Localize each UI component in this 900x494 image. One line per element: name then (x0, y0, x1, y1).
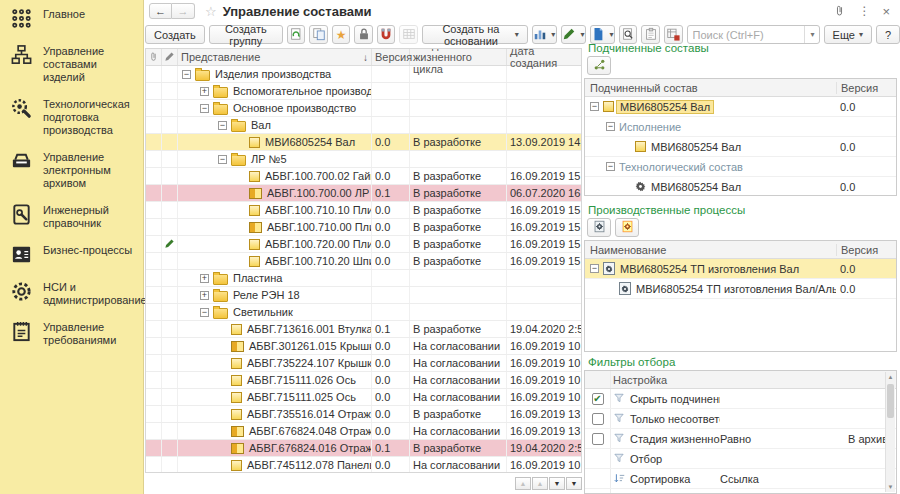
stage-column-header[interactable]: Стадия жизненного цикла (410, 49, 507, 65)
panel-row[interactable]: −МВИ6805254 ТП изготовления Вал0.0 (585, 259, 896, 279)
page-down-button[interactable]: ▼ (549, 477, 565, 490)
sidebar-item-requirements[interactable]: Управление требованиями (0, 313, 143, 353)
create-group-button[interactable]: Создать группу (209, 25, 283, 44)
tree-row[interactable]: АБВГ.676824.016 Отражатель0.1В разработк… (146, 440, 581, 457)
filter-row[interactable]: Стадия жизненного циклаРавноВ архиве (585, 429, 896, 449)
filter-row[interactable]: Отбор (585, 449, 896, 469)
create-button[interactable]: Создать (145, 25, 205, 44)
columns-settings-button[interactable] (399, 25, 418, 44)
sidebar-item-tech-preparation[interactable]: Технологическая подготовка производства (0, 90, 143, 143)
panel-row[interactable]: МВИ6805254 Вал0.0 (585, 137, 896, 157)
sidebar-item-e-archive[interactable]: Управление электронным архивом (0, 143, 143, 196)
subordinate-version-header[interactable]: Версия (836, 82, 896, 94)
panel-row[interactable]: −Исполнение (585, 117, 896, 137)
attach-column-header[interactable] (146, 49, 162, 65)
close-icon[interactable]: × (882, 4, 890, 19)
page-last-button[interactable]: ▼ (566, 477, 582, 490)
tree-row[interactable]: АБВГ.745112.078 Панель0.0На согласовании… (146, 457, 581, 473)
checkbox-checked[interactable]: ✔ (592, 393, 604, 405)
version-column-header[interactable]: Версия (372, 49, 410, 65)
tree-row[interactable]: АБВГ.100.710.00 Плита верхняя…0.0В разра… (146, 219, 581, 236)
structure-button[interactable] (587, 56, 611, 75)
tree-row[interactable]: АБВГ.100.710.10 Плита верхняя 50.0В разр… (146, 202, 581, 219)
sidebar-item-main[interactable]: Главное (0, 0, 143, 37)
filter-row[interactable]: СортировкаСсылка (585, 469, 896, 489)
copy-new-version-button[interactable] (287, 25, 306, 44)
panel-row[interactable]: −МВИ6805254 Вал0.0 (585, 97, 896, 117)
favorites-button[interactable]: ★ (332, 25, 351, 44)
checkbox-unchecked[interactable] (592, 413, 604, 425)
filter-row[interactable]: ✔Скрыть подчиненные составы (585, 389, 896, 409)
scroll-up-icon[interactable]: ▲ (886, 372, 895, 382)
scrollbar-thumb[interactable] (887, 384, 894, 418)
panel-row[interactable]: МВИ6805254 ТП изготовления Вал/Альтернат… (585, 279, 896, 299)
collapse-icon[interactable]: − (218, 121, 227, 130)
tree-row[interactable]: +Вспомогательное производство (146, 83, 581, 100)
expand-icon[interactable]: + (200, 87, 209, 96)
scroll-down-icon[interactable]: ▼ (886, 482, 895, 492)
create-based-on-button[interactable]: Создать на основании▾ (422, 25, 528, 44)
sidebar-item-engineering-handbook[interactable]: Инженерный справочник (0, 196, 143, 236)
checkbox-unchecked[interactable] (592, 433, 604, 445)
collapse-icon[interactable]: − (182, 70, 191, 79)
collapse-icon[interactable]: − (218, 155, 227, 164)
tree-row[interactable]: АБВГ.301261.015 Крышка0.0На согласовании… (146, 338, 581, 355)
collapse-icon[interactable]: − (200, 104, 209, 113)
panel-row[interactable]: МВИ6805254 Вал0.0 (585, 177, 896, 196)
filters-name-header[interactable]: Настройка (611, 374, 896, 386)
filter-row[interactable]: Только несоответствия версий объектов (585, 409, 896, 429)
tree-row[interactable]: АБВГ.715111.026 Ось0.0На согласовании16.… (146, 372, 581, 389)
alt-process-button[interactable] (615, 218, 639, 237)
copy-element-button[interactable] (309, 25, 328, 44)
help-button[interactable]: ? (876, 25, 900, 44)
date-column-header[interactable]: Дата создания (507, 49, 581, 65)
search-options-icon[interactable]: ▾ (804, 26, 819, 43)
collapse-icon[interactable]: − (606, 162, 615, 171)
tree-row[interactable]: −Вал (146, 117, 581, 134)
tree-row[interactable]: −Основное производство (146, 100, 581, 117)
tree-row[interactable]: АБВГ.100.710.20 Шпилька 50.0В разработке… (146, 253, 581, 270)
favorite-star-icon[interactable]: ☆ (205, 4, 217, 19)
more-button[interactable]: Еще▾ (824, 25, 872, 44)
tree-row[interactable]: АБВГ.735516.014 Отражатель0.0В разработк… (146, 406, 581, 423)
collapse-icon[interactable]: − (200, 308, 209, 317)
panel-row[interactable]: −Технологический состав (585, 157, 896, 177)
collapse-icon[interactable]: − (590, 264, 599, 273)
edit-button[interactable]: ▾ (561, 25, 586, 44)
forward-button[interactable]: → (172, 3, 195, 19)
sidebar-item-nsi-admin[interactable]: НСИ и администрирование (0, 273, 143, 313)
sidebar-item-business-processes[interactable]: Бизнес-процессы (0, 236, 143, 273)
filters-scrollbar[interactable]: ▲ ▼ (885, 372, 895, 492)
subordinate-name-header[interactable]: Подчиненный состав (585, 82, 836, 94)
attachments-icon[interactable] (833, 4, 846, 19)
tree-row[interactable]: МВИ6805254 Вал0.0В разработке13.09.2019 … (146, 134, 581, 151)
sidebar-item-product-compositions[interactable]: Управление составами изделий (0, 37, 143, 90)
tree-row[interactable]: АБВГ.100.700.00 ЛР №50.1В разработке06.0… (146, 185, 581, 202)
edit-column-header[interactable] (162, 49, 178, 65)
processes-name-header[interactable]: Наименование (585, 244, 836, 256)
page-first-button[interactable]: ▲ (515, 477, 531, 490)
tree-row[interactable]: АБВГ.735224.107 Крышка0.0На согласовании… (146, 355, 581, 372)
tree-row[interactable]: +Пластина (146, 270, 581, 287)
processes-version-header[interactable]: Версия (836, 244, 896, 256)
collapse-icon[interactable]: − (590, 102, 599, 111)
tree-row[interactable]: −Изделия производства (146, 66, 581, 83)
tree-row[interactable]: −ЛР №5 (146, 151, 581, 168)
filter-row[interactable]: ✔Контроль несоответствий составов издели… (585, 489, 896, 494)
tree-row[interactable]: АБВГ.676824.048 Отражатель0.0На согласов… (146, 423, 581, 440)
collapse-icon[interactable]: − (606, 122, 615, 131)
tree-row[interactable]: АБВГ.100.700.02 Гайка0.0В разработке16.0… (146, 168, 581, 185)
tree-row[interactable]: АБВГ.100.720.00 Плита нижняя 50.0В разра… (146, 236, 581, 253)
tree-row[interactable]: −Светильник (146, 304, 581, 321)
tree-row[interactable]: АБВГ.713616.001 Втулка0.1В разработке19.… (146, 321, 581, 338)
expand-icon[interactable]: + (200, 291, 209, 300)
back-button[interactable]: ← (149, 3, 172, 19)
lock-button[interactable] (354, 25, 373, 44)
name-column-header[interactable]: Представление↓ (178, 49, 372, 65)
page-up-button[interactable]: ▲ (532, 477, 548, 490)
expand-icon[interactable]: + (200, 274, 209, 283)
more-menu-icon[interactable]: ⋮ (858, 4, 870, 18)
magnet-button[interactable] (377, 25, 396, 44)
tree-row[interactable]: +Реле РЭН 18 (146, 287, 581, 304)
process-button[interactable] (587, 218, 611, 237)
